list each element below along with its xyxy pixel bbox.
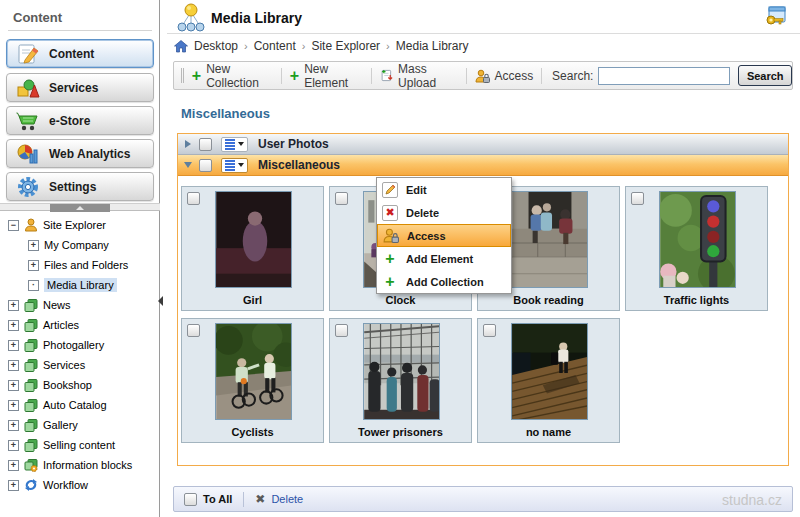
- new-collection-button[interactable]: + New Collection: [192, 62, 273, 90]
- sidebar-collapse-handle[interactable]: [158, 296, 163, 306]
- collection-row-miscellaneous[interactable]: Miscellaneous: [178, 155, 788, 176]
- expand-expander[interactable]: +: [8, 300, 19, 311]
- expand-expander[interactable]: +: [8, 380, 19, 391]
- media-card-girl[interactable]: Girl: [181, 186, 324, 311]
- tree-item-workflow[interactable]: + Workflow: [0, 475, 158, 495]
- new-element-button[interactable]: + New Element: [290, 62, 364, 90]
- tree-item-articles[interactable]: + Articles: [0, 315, 158, 335]
- breadcrumb-item-desktop[interactable]: Desktop: [194, 39, 238, 53]
- menu-item-access[interactable]: Access: [377, 224, 511, 247]
- sidebar-splitter[interactable]: [0, 203, 160, 211]
- card-thumbnail[interactable]: [511, 191, 588, 288]
- sidebar-button-content[interactable]: Content: [6, 39, 154, 68]
- expand-expander[interactable]: +: [8, 460, 19, 471]
- menu-item-edit[interactable]: Edit: [377, 178, 511, 201]
- search-button[interactable]: Search: [738, 65, 792, 86]
- expand-expander[interactable]: +: [8, 420, 19, 431]
- card-checkbox[interactable]: [335, 192, 348, 205]
- sidebar-button-services[interactable]: Services: [6, 73, 154, 102]
- card-checkbox[interactable]: [483, 324, 496, 337]
- card-thumbnail[interactable]: [215, 191, 292, 288]
- expand-expander[interactable]: +: [8, 360, 19, 371]
- media-card-traffic-lights[interactable]: Traffic lights: [625, 186, 768, 311]
- card-checkbox[interactable]: [335, 324, 348, 337]
- expand-expander[interactable]: +: [8, 480, 19, 491]
- breadcrumb-item-site-explorer[interactable]: Site Explorer: [311, 39, 380, 53]
- tree-item-label: My Company: [44, 239, 109, 251]
- leaf-expander[interactable]: ·: [28, 280, 39, 291]
- to-all-checkbox[interactable]: [184, 493, 197, 506]
- tree-item-label: News: [43, 299, 71, 311]
- tree-item-files-and-folders[interactable]: + Files and Folders: [0, 255, 158, 275]
- breadcrumb: Desktop › Content › Site Explorer › Medi…: [174, 39, 468, 53]
- footer-separator: [243, 492, 244, 507]
- miscellaneous-checkbox[interactable]: [199, 159, 212, 172]
- new-element-label: New Element: [304, 62, 363, 90]
- expand-expander[interactable]: +: [8, 320, 19, 331]
- card-thumbnail[interactable]: [511, 323, 588, 420]
- expand-expander[interactable]: +: [8, 400, 19, 411]
- toolbar-separator: [541, 68, 542, 84]
- card-caption: Clock: [330, 294, 471, 306]
- tree-item-my-company[interactable]: + My Company: [0, 235, 158, 255]
- tree-item-site-explorer[interactable]: − Site Explorer: [0, 215, 158, 235]
- card-thumbnail[interactable]: [215, 323, 292, 420]
- home-icon[interactable]: [174, 40, 188, 53]
- sidebar-button-settings[interactable]: Settings: [6, 172, 154, 201]
- menu-item-add-element[interactable]: + Add Element: [377, 247, 511, 270]
- tree-item-media-library[interactable]: · Media Library: [0, 275, 158, 295]
- tree-item-news[interactable]: + News: [0, 295, 158, 315]
- tree-item-information-blocks[interactable]: + Information blocks: [0, 455, 158, 475]
- tree-item-label: Photogallery: [43, 339, 104, 351]
- media-card-cyclists[interactable]: Cyclists: [181, 318, 324, 443]
- mass-upload-button[interactable]: Mass Upload: [380, 62, 457, 90]
- tree-item-selling-content[interactable]: + Selling content: [0, 435, 158, 455]
- expand-expander[interactable]: +: [8, 440, 19, 451]
- collapse-expander[interactable]: −: [8, 220, 19, 231]
- collection-menu-button[interactable]: [221, 137, 248, 152]
- card-caption: Tower prisoners: [330, 426, 471, 438]
- card-checkbox[interactable]: [187, 324, 200, 337]
- sidebar-button-estore[interactable]: e-Store: [6, 106, 154, 135]
- collapse-arrow-icon[interactable]: [184, 162, 192, 168]
- card-thumbnail[interactable]: [659, 191, 736, 288]
- access-label: Access: [495, 69, 534, 83]
- tree-item-gallery[interactable]: + Gallery: [0, 415, 158, 435]
- sidebar-button-web-analytics[interactable]: Web Analytics: [6, 139, 154, 168]
- collection-menu-button-open[interactable]: [221, 158, 248, 173]
- caret-down-icon: [238, 163, 244, 167]
- breadcrumb-item-media-library[interactable]: Media Library: [396, 39, 469, 53]
- menu-item-delete[interactable]: ✖ Delete: [377, 201, 511, 224]
- tree-item-bookshop[interactable]: + Bookshop: [0, 375, 158, 395]
- user-photos-checkbox[interactable]: [199, 138, 212, 151]
- window-key-icon[interactable]: [764, 6, 788, 28]
- pages-icon: [24, 418, 38, 432]
- plus-icon: +: [382, 250, 398, 268]
- to-all-label: To All: [203, 493, 232, 505]
- footer-delete-button[interactable]: Delete: [271, 493, 303, 505]
- tree-item-auto-catalog[interactable]: + Auto Catalog: [0, 395, 158, 415]
- tree-item-label: Articles: [43, 319, 79, 331]
- search-input[interactable]: [598, 67, 730, 85]
- tree-item-services[interactable]: + Services: [0, 355, 158, 375]
- media-card-tower-prisoners[interactable]: Tower prisoners: [329, 318, 472, 443]
- expand-expander[interactable]: +: [28, 240, 39, 251]
- menu-item-add-collection[interactable]: + Add Collection: [377, 270, 511, 293]
- breadcrumb-separator: ›: [386, 40, 390, 52]
- tree-item-photogallery[interactable]: + Photogallery: [0, 335, 158, 355]
- media-card-no-name[interactable]: no name: [477, 318, 620, 443]
- expand-arrow-icon[interactable]: [185, 140, 191, 148]
- content-icon: [16, 42, 40, 66]
- breadcrumb-item-content[interactable]: Content: [254, 39, 296, 53]
- tree-item-label: Workflow: [43, 479, 88, 491]
- access-button[interactable]: Access: [475, 69, 534, 83]
- card-checkbox[interactable]: [631, 192, 644, 205]
- expand-expander[interactable]: +: [28, 260, 39, 271]
- expand-expander[interactable]: +: [8, 340, 19, 351]
- card-thumbnail[interactable]: [363, 323, 440, 420]
- plus-icon: +: [382, 273, 398, 291]
- estore-icon: [16, 109, 40, 133]
- pages-icon: [24, 378, 38, 392]
- collection-row-user-photos[interactable]: User Photos: [178, 134, 788, 155]
- card-checkbox[interactable]: [187, 192, 200, 205]
